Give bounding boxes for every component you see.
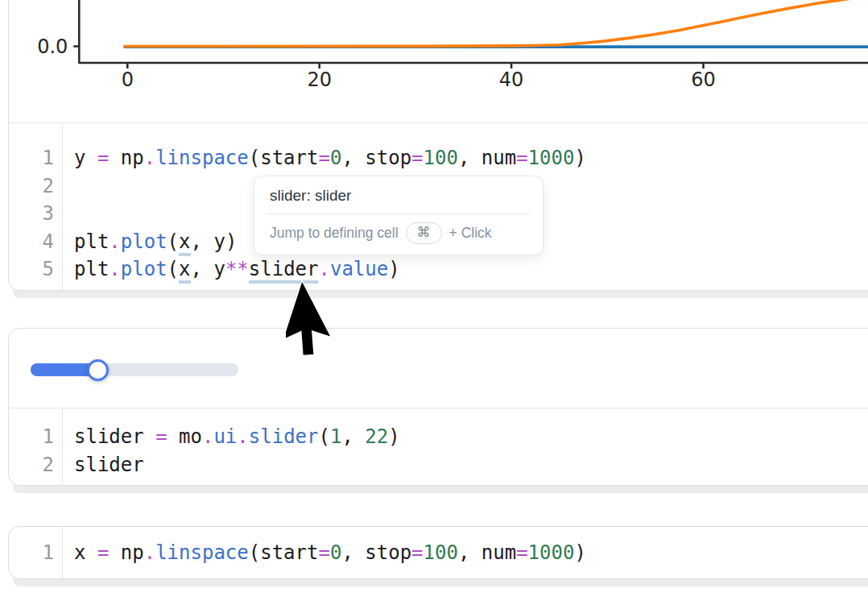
jump-to-cell-label: Jump to defining cell (270, 225, 399, 242)
code-token: ) (225, 230, 237, 253)
code-token: = (516, 541, 527, 564)
slider-track[interactable] (31, 363, 238, 376)
code-token: start (260, 541, 318, 564)
code-token (109, 147, 120, 169)
plot-output: 0.00204060 (9, 0, 868, 122)
x-axis-tick-label: 60 (691, 68, 716, 91)
tooltip-hint-row: Jump to defining cell ⌘ + Click (254, 214, 543, 255)
code-token: plt (74, 230, 109, 253)
click-hint-label: + Click (449, 225, 492, 242)
code-token: slider (74, 425, 144, 448)
code-token (167, 425, 179, 448)
code-token: stop (365, 541, 411, 564)
code-content: plt.plot(x, y**slider.value) (62, 255, 868, 284)
code-token: stop (365, 147, 411, 169)
code-token: . (109, 230, 120, 253)
tooltip-title: slider: slider (254, 176, 543, 213)
code-token: = (97, 147, 109, 169)
code-token: . (202, 425, 213, 448)
code-token: 1000 (528, 541, 575, 564)
code-token: = (411, 541, 423, 564)
code-token: y (213, 258, 225, 280)
code-token: linspace (155, 147, 249, 169)
code-token: ) (574, 541, 585, 564)
code-line[interactable]: 2slider (9, 451, 868, 479)
command-key-icon: ⌘ (406, 222, 442, 244)
code-token: plot (121, 230, 167, 253)
code-token: = (97, 541, 109, 564)
code-token: y (213, 230, 225, 253)
code-token (85, 541, 97, 564)
code-token: start (260, 147, 318, 169)
code-token: ** (225, 258, 249, 280)
line-number: 1 (9, 423, 62, 451)
line-number: 2 (9, 451, 62, 479)
line-number: 1 (9, 539, 62, 567)
code-token: num (482, 147, 516, 169)
code-line[interactable]: 5plt.plot(x, y**slider.value) (9, 255, 868, 284)
code-token: x (179, 258, 190, 284)
code-token: ( (167, 258, 179, 280)
code-line[interactable]: 1slider = mo.ui.slider(1, 22) (9, 423, 868, 451)
code-token: x (179, 230, 190, 256)
code-token: 100 (424, 541, 458, 564)
code-token: 22 (365, 425, 388, 448)
code-token: np (121, 541, 144, 564)
code-token: 0 (330, 541, 341, 564)
code-editor-slider[interactable]: 1slider = mo.ui.slider(1, 22)2slider (9, 408, 868, 486)
code-token: x (74, 541, 85, 564)
code-content: x = np.linspace(start=0, stop=100, num=1… (62, 539, 868, 567)
code-token: . (144, 541, 155, 564)
line-chart: 0.00204060 (9, 0, 868, 122)
mouse-cursor-icon (286, 277, 366, 366)
code-token: = (155, 425, 167, 448)
series-line (125, 0, 868, 46)
code-token: linspace (155, 541, 249, 564)
code-token: ( (249, 541, 260, 564)
code-token: 0 (330, 147, 341, 169)
code-token (85, 147, 97, 169)
code-token: num (482, 541, 516, 564)
code-token: plot (121, 258, 167, 280)
line-number: 5 (9, 255, 62, 284)
code-token: . (109, 258, 120, 280)
slider-output (9, 329, 868, 408)
code-token: , (341, 541, 365, 564)
variable-hover-tooltip: slider: slider Jump to defining cell ⌘ +… (254, 176, 544, 255)
code-token: . (144, 147, 155, 169)
code-token: 100 (424, 147, 458, 169)
code-token: mo (179, 425, 202, 448)
code-token: plt (74, 258, 109, 280)
line-number: 1 (9, 144, 62, 172)
code-token: = (318, 147, 329, 169)
code-token: ) (574, 147, 585, 169)
code-editor-x[interactable]: 1x = np.linspace(start=0, stop=100, num=… (9, 527, 868, 578)
code-token (144, 425, 155, 448)
code-content: y = np.linspace(start=0, stop=100, num=1… (62, 144, 868, 172)
cell-slider: 1slider = mo.ui.slider(1, 22)2slider (8, 328, 868, 486)
code-token: , (191, 258, 214, 280)
notebook-page: 0.00204060 1y = np.linspace(start=0, sto… (0, 0, 868, 601)
code-token: 1000 (528, 147, 575, 169)
code-token: ( (167, 230, 179, 253)
code-token: , (458, 147, 482, 169)
code-token: slider (249, 425, 319, 448)
code-content: slider = mo.ui.slider(1, 22) (62, 423, 868, 451)
code-token: = (516, 147, 527, 169)
code-token: 1 (330, 425, 341, 448)
slider-thumb[interactable] (87, 359, 109, 381)
code-token: = (318, 541, 329, 564)
code-token: , (341, 147, 365, 169)
code-token: ) (388, 425, 399, 448)
line-number: 3 (9, 200, 62, 228)
code-token: = (411, 147, 423, 169)
code-line[interactable]: 1x = np.linspace(start=0, stop=100, num=… (9, 539, 868, 567)
y-axis-tick-label: 0.0 (37, 35, 68, 58)
code-token: np (121, 147, 144, 169)
code-token: ui (213, 425, 237, 448)
code-token: , (341, 425, 365, 448)
code-token: , (458, 541, 482, 564)
code-token: , (191, 230, 214, 253)
code-token: y (74, 147, 85, 169)
code-line[interactable]: 1y = np.linspace(start=0, stop=100, num=… (9, 144, 868, 172)
